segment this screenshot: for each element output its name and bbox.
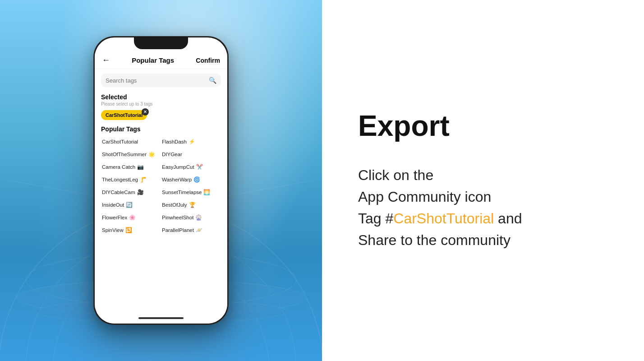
tag-label: FlowerFlex xyxy=(102,215,127,220)
tag-emoji: 🌅 xyxy=(203,189,210,195)
selected-tag-chip[interactable]: CarShotTutorial ✕ xyxy=(101,110,147,120)
tag-item[interactable]: Camera Catch 📷 xyxy=(101,162,161,172)
search-icon: 🔍 xyxy=(209,77,216,84)
tag-label: BestOfJuly xyxy=(162,202,187,208)
instruction-block: Click on the App Community icon Tag #Car… xyxy=(358,164,608,251)
phone-container: ← Popular Tags Confirm 🔍 Selected Please… xyxy=(93,36,229,325)
instruction-text-4: Share to the community xyxy=(358,232,511,248)
header-title: Popular Tags xyxy=(132,56,174,64)
export-title: Export xyxy=(358,110,608,142)
tag-highlight: CarShotTutorial xyxy=(393,210,494,227)
tag-item[interactable]: FlashDash ⚡ xyxy=(161,136,221,147)
tag-emoji: ⚡ xyxy=(189,139,195,145)
instruction-text-2: App Community icon xyxy=(358,189,491,205)
tag-emoji: 🏆 xyxy=(189,202,196,208)
tags-grid: CarShotTutorial FlashDash ⚡ ShotOfTheSum… xyxy=(101,136,221,236)
tag-emoji: 🔄 xyxy=(126,202,133,208)
tag-item[interactable]: SunsetTimelapse 🌅 xyxy=(161,187,221,198)
tag-label: ParallelPlanet xyxy=(162,227,194,233)
instruction-line-3: Tag #CarShotTutorial and xyxy=(358,208,608,229)
tag-item[interactable]: InsideOut 🔄 xyxy=(101,199,161,210)
tag-item[interactable]: BestOfJuly 🏆 xyxy=(161,199,221,210)
tag-item[interactable]: ShotOfTheSummer 🌟 xyxy=(101,149,161,160)
tag-emoji: 🪐 xyxy=(196,227,202,233)
popular-tags-title: Popular Tags xyxy=(101,125,221,133)
tag-label: SpinView xyxy=(102,227,124,233)
tag-item[interactable]: DIYCableCam 🎥 xyxy=(101,187,161,198)
tag-item[interactable]: EasyJumpCut ✂️ xyxy=(161,162,221,172)
left-panel: ← Popular Tags Confirm 🔍 Selected Please… xyxy=(0,0,322,361)
tag-label: Camera Catch xyxy=(102,164,135,170)
back-button[interactable]: ← xyxy=(102,56,110,65)
tag-emoji: 🌟 xyxy=(148,151,155,157)
search-container[interactable]: 🔍 xyxy=(101,74,221,87)
tag-label: InsideOut xyxy=(102,202,124,208)
tag-emoji: 🌸 xyxy=(129,214,136,221)
tag-item[interactable]: SpinView 🔁 xyxy=(101,225,161,236)
phone-notch xyxy=(134,37,188,49)
phone-content: ← Popular Tags Confirm 🔍 Selected Please… xyxy=(95,50,227,324)
tag-suffix: and xyxy=(494,210,522,227)
selected-title: Selected xyxy=(101,93,221,101)
tag-emoji: 🌀 xyxy=(193,176,200,183)
popular-tags-section: Popular Tags CarShotTutorial FlashDash ⚡… xyxy=(95,122,227,315)
instruction-line-1: Click on the xyxy=(358,164,608,186)
tag-chip-remove-button[interactable]: ✕ xyxy=(142,108,149,116)
phone-header: ← Popular Tags Confirm xyxy=(95,50,227,69)
tag-emoji: 🎥 xyxy=(137,189,144,195)
tag-label: ShotOfTheSummer xyxy=(102,152,147,157)
tag-item[interactable]: ParallelPlanet 🪐 xyxy=(161,225,221,236)
tag-chip-label: CarShotTutorial xyxy=(106,112,143,118)
tag-label: FlashDash xyxy=(162,139,187,144)
instruction-text-1: Click on the xyxy=(358,167,433,183)
tag-item[interactable]: FlowerFlex 🌸 xyxy=(101,212,161,223)
tag-label: EasyJumpCut xyxy=(162,164,194,170)
tag-item[interactable]: DIYGear xyxy=(161,149,221,160)
right-panel: Export Click on the App Community icon T… xyxy=(322,0,644,361)
tag-label: TheLongestLeg xyxy=(102,177,138,182)
tag-prefix: Tag # xyxy=(358,210,393,227)
confirm-button[interactable]: Confirm xyxy=(196,57,220,64)
phone: ← Popular Tags Confirm 🔍 Selected Please… xyxy=(93,36,229,325)
tag-emoji: 🎡 xyxy=(195,214,202,221)
tag-emoji: 🔁 xyxy=(125,227,132,233)
phone-screen: ← Popular Tags Confirm 🔍 Selected Please… xyxy=(95,37,227,324)
tag-label: DIYGear xyxy=(162,152,182,157)
selected-subtitle: Please select up to 3 tags xyxy=(101,102,221,106)
tag-label: DIYCableCam xyxy=(102,190,135,195)
tag-label: WasherWarp xyxy=(162,177,192,182)
tag-item[interactable]: TheLongestLeg 🦵 xyxy=(101,174,161,185)
search-input[interactable] xyxy=(106,77,209,84)
tag-label: CarShotTutorial xyxy=(102,139,138,144)
tag-item[interactable]: CarShotTutorial xyxy=(101,136,161,147)
tag-item[interactable]: WasherWarp 🌀 xyxy=(161,174,221,185)
tag-emoji: ✂️ xyxy=(196,164,203,170)
tag-label: SunsetTimelapse xyxy=(162,190,202,195)
tag-item[interactable]: PinwheelShot 🎡 xyxy=(161,212,221,223)
selected-section: Selected Please select up to 3 tags CarS… xyxy=(95,90,227,122)
tag-emoji: 📷 xyxy=(137,164,144,170)
instruction-line-2: App Community icon xyxy=(358,186,608,208)
instruction-line-4: Share to the community xyxy=(358,229,608,251)
tag-label: PinwheelShot xyxy=(162,215,193,220)
phone-home-indicator xyxy=(138,317,184,319)
close-icon: ✕ xyxy=(143,110,147,114)
tag-emoji: 🦵 xyxy=(140,176,147,183)
